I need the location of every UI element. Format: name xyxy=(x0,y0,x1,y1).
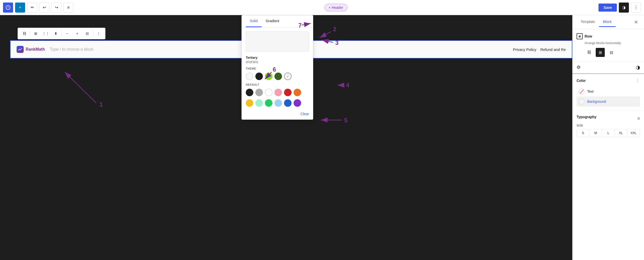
grid-button[interactable]: ⋮⋮ xyxy=(41,29,50,38)
row-icon: ⊞ xyxy=(577,33,583,39)
block-more-button[interactable]: ⋮ xyxy=(94,29,103,38)
typography-menu-icon[interactable]: ≡ xyxy=(637,116,640,121)
row-stretch-button[interactable]: ⊟ xyxy=(607,48,616,57)
color-preview-box xyxy=(246,31,309,52)
right-sidebar: Template Block ✕ ⊞ Row Arrange blocks ho… xyxy=(572,15,644,260)
swatch-default-orange[interactable] xyxy=(294,89,301,96)
brush-button[interactable]: ✏ xyxy=(27,3,37,13)
svg-text:2: 2 xyxy=(333,25,336,32)
theme-label: THEME xyxy=(246,67,309,70)
tab-block[interactable]: Block xyxy=(599,17,616,27)
toolbar-separator-3 xyxy=(93,30,93,37)
editor-area: ⛓ ⊞ ⋮⋮ ⬍ − + ⊟ ⋮ RankMath Type / to choo xyxy=(0,15,572,260)
top-toolbar: + ✏ ↩ ↪ ≡ ▪ Header Save ◑ ⋮ xyxy=(0,0,644,15)
align-button[interactable]: ⊟ xyxy=(83,29,92,38)
color-text-option[interactable]: Text xyxy=(577,86,640,96)
color-text-circle xyxy=(579,88,585,94)
color-section-title: Color xyxy=(577,79,586,83)
clear-button[interactable]: Clear xyxy=(242,110,313,119)
default-label: DEFAULT xyxy=(246,83,309,86)
wp-logo xyxy=(3,3,13,13)
header-right: Save ◑ ⋮ xyxy=(598,3,641,13)
swatch-default-pink[interactable] xyxy=(274,89,282,96)
color-section: Color ⋮ Text Background xyxy=(573,74,644,111)
row-toolbar: ⛓ ⊞ ⊟ xyxy=(577,48,640,57)
swatch-default-purple[interactable] xyxy=(294,99,301,107)
size-s[interactable]: S xyxy=(577,129,589,137)
row-connect-button[interactable]: ⛓ xyxy=(585,48,594,57)
color-picker-overlay: Solid Gradient Tertiary #F6F6F6 THEME ✓ … xyxy=(242,15,313,120)
row-align-center-button[interactable]: ⊞ xyxy=(596,48,605,57)
add-button[interactable]: + xyxy=(15,3,25,13)
svg-text:5: 5 xyxy=(344,117,348,124)
size-m[interactable]: M xyxy=(589,129,602,137)
settings-section: ⚙ ◑ xyxy=(573,61,644,74)
default-swatches-row1 xyxy=(242,89,313,96)
swatch-default-gray[interactable] xyxy=(255,89,263,96)
swatch-green-bright[interactable] xyxy=(265,73,272,80)
insert-button[interactable]: + xyxy=(73,29,82,38)
svg-line-3 xyxy=(320,32,331,38)
contrast-icon[interactable]: ◑ xyxy=(636,64,640,70)
swatch-default-green[interactable] xyxy=(265,99,272,107)
size-label: SIZE xyxy=(577,124,640,127)
minus-button[interactable]: − xyxy=(63,29,72,38)
header-center: ▪ Header xyxy=(75,4,596,11)
color-background-label: Background xyxy=(587,100,606,104)
typography-section: Typography ≡ SIZE S M L XL XXL xyxy=(573,111,644,141)
rankmath-label: RankMath xyxy=(26,47,45,52)
settings-icon[interactable]: ⚙ xyxy=(577,64,581,70)
swatch-default-red[interactable] xyxy=(284,89,292,96)
size-l[interactable]: L xyxy=(602,129,615,137)
tab-template[interactable]: Template xyxy=(577,17,599,27)
nav-link-refund[interactable]: Refund and Re xyxy=(540,47,566,52)
main-area: ⛓ ⊞ ⋮⋮ ⬍ − + ⊟ ⋮ RankMath Type / to choo xyxy=(0,15,644,260)
list-view-button[interactable]: ≡ xyxy=(63,3,73,13)
header-tag-icon: ▪ xyxy=(329,6,330,10)
rankmath-icon xyxy=(17,46,24,53)
svg-line-1 xyxy=(65,72,96,103)
size-xxl[interactable]: XXL xyxy=(627,129,640,137)
more-options-button[interactable]: ⋮ xyxy=(631,3,641,13)
sidebar-tabs: Template Block xyxy=(577,17,616,27)
typography-title: Typography xyxy=(577,115,596,119)
nav-link-privacy[interactable]: Privacy Policy xyxy=(513,47,536,52)
svg-text:4: 4 xyxy=(346,82,350,89)
color-text-label: Text xyxy=(587,89,594,93)
swatch-default-white[interactable] xyxy=(265,89,272,96)
undo-button[interactable]: ↩ xyxy=(39,3,49,13)
swatch-default-blue[interactable] xyxy=(284,99,292,107)
swatch-default-blue-light[interactable] xyxy=(274,99,282,107)
save-button[interactable]: Save xyxy=(598,4,617,12)
tab-solid[interactable]: Solid xyxy=(246,15,262,27)
arrows-button[interactable]: ⬍ xyxy=(51,29,60,38)
typography-section-header: Typography ≡ xyxy=(577,115,640,122)
header-tag[interactable]: ▪ Header xyxy=(325,4,347,11)
rankmath-logo: RankMath xyxy=(17,46,45,53)
styles-button[interactable]: ◑ xyxy=(619,3,629,13)
swatch-green-dark[interactable] xyxy=(274,73,282,80)
swatch-default-yellow[interactable] xyxy=(246,99,253,107)
swatch-default-mint[interactable] xyxy=(255,99,263,107)
swatch-tertiary[interactable]: ✓ xyxy=(284,73,292,80)
tab-gradient[interactable]: Gradient xyxy=(262,15,283,27)
size-xl[interactable]: XL xyxy=(615,129,627,137)
swatch-white[interactable] xyxy=(246,73,253,80)
color-background-circle xyxy=(579,99,585,105)
block-toolbar: ⛓ ⊞ ⋮⋮ ⬍ − + ⊟ ⋮ xyxy=(18,28,105,39)
swatch-black[interactable] xyxy=(255,73,263,80)
nav-links: Privacy Policy Refund and Re xyxy=(513,47,566,52)
svg-text:1: 1 xyxy=(99,101,103,108)
row-section-header: ⊞ Row xyxy=(577,33,640,39)
row-align-button[interactable]: ⊞ xyxy=(31,29,40,38)
swatch-default-black[interactable] xyxy=(246,89,253,96)
color-menu-icon[interactable]: ⋮ xyxy=(635,78,640,83)
redo-button[interactable]: ↪ xyxy=(51,3,61,13)
connect-block-button[interactable]: ⛓ xyxy=(20,29,29,38)
color-name: Tertiary xyxy=(246,56,309,59)
sidebar-close-button[interactable]: ✕ xyxy=(632,18,640,26)
default-swatches-row2 xyxy=(242,99,313,107)
color-background-option[interactable]: Background xyxy=(577,96,640,107)
sidebar-header: Template Block ✕ xyxy=(573,15,644,29)
theme-swatches: ✓ xyxy=(242,73,313,80)
